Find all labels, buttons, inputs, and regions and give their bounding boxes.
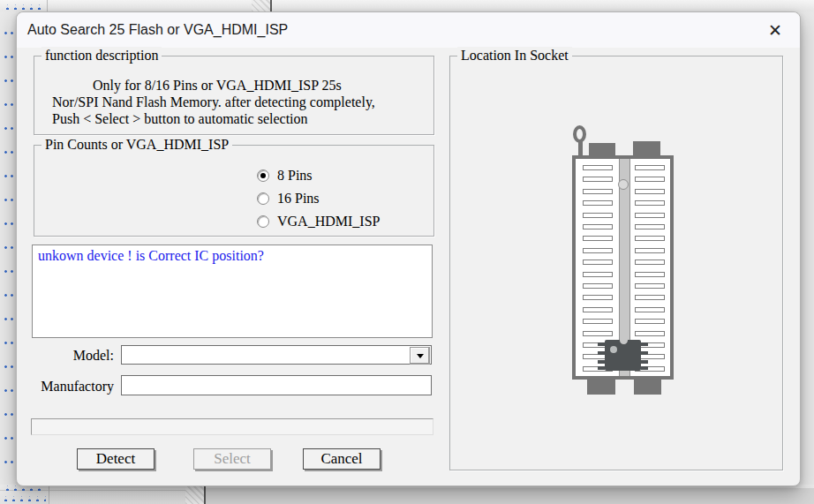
detected-chip <box>605 340 641 371</box>
socket-channel-hole <box>618 179 629 190</box>
socket-slot <box>635 236 665 241</box>
chip-pin <box>641 351 648 355</box>
close-icon[interactable]: ✕ <box>765 20 786 41</box>
socket-slot <box>583 331 613 336</box>
radio-icon <box>257 215 269 228</box>
socket-slot <box>635 283 665 289</box>
progress-bar <box>31 418 433 435</box>
dialog-title: Auto Search 25 Flash or VGA_HDMI_ISP <box>27 12 288 48</box>
pin-counts-legend: Pin Counts or VGA_HDMI_ISP <box>41 136 232 154</box>
socket-slot <box>583 260 613 265</box>
chip-pin <box>598 366 605 370</box>
chevron-down-icon <box>417 354 424 358</box>
description-line-2: Nor/SPI Nand Flash Memory. after detecti… <box>34 94 433 110</box>
model-dropdown-button[interactable] <box>410 347 430 365</box>
socket-slot <box>635 224 665 229</box>
location-in-socket-legend: Location In Socket <box>457 47 572 64</box>
title-bar[interactable]: Auto Search 25 Flash or VGA_HDMI_ISP ✕ <box>17 12 800 48</box>
model-input[interactable] <box>122 346 409 364</box>
model-combobox[interactable] <box>121 345 432 365</box>
radio-icon <box>257 169 269 182</box>
radio-label: 16 Pins <box>277 192 320 205</box>
socket-top-tab-left <box>589 143 615 156</box>
socket-slot <box>583 307 613 312</box>
socket-top-tab-right <box>633 141 660 156</box>
socket-slot <box>635 331 665 336</box>
socket-lever-stick <box>578 141 583 156</box>
socket-slot <box>583 272 613 277</box>
workspace-bottom-right <box>205 488 814 504</box>
manufactory-label: Manufactory <box>32 378 114 395</box>
model-label: Model: <box>32 347 114 365</box>
chip-pin <box>598 360 605 364</box>
detect-button[interactable]: Detect <box>77 448 155 470</box>
socket-slot <box>583 319 613 324</box>
socket-slot <box>583 236 613 241</box>
socket-slot <box>635 165 665 170</box>
socket-slot <box>583 248 613 253</box>
socket-slot <box>583 295 613 300</box>
socket-slot <box>635 307 665 312</box>
socket-slot <box>583 177 613 182</box>
socket-lever-icon <box>573 125 586 143</box>
background-grid-line-top <box>47 0 48 11</box>
socket-slot <box>635 295 665 300</box>
description-line-3: Push < Select > button to automatic sele… <box>34 110 433 127</box>
description-line-1: Only for 8/16 Pins or VGA_HDMI_ISP 25s <box>34 77 433 94</box>
radio-option-8-pins[interactable]: 8 Pins <box>257 169 313 182</box>
socket-slot <box>635 200 665 206</box>
chip-pin1-dot-icon <box>610 346 617 353</box>
chip-pin <box>641 342 648 346</box>
background-window-edge-top <box>270 0 272 11</box>
socket-slot <box>583 200 613 206</box>
socket-bottom-tab-right <box>634 380 661 395</box>
function-description-text: Only for 8/16 Pins or VGA_HDMI_ISP 25s N… <box>34 56 433 127</box>
socket-bottom-tab-left <box>587 380 615 395</box>
function-description-legend: function description <box>41 47 162 64</box>
socket-slot <box>635 189 665 194</box>
socket-slot <box>583 189 613 194</box>
zif-socket-body <box>572 155 674 380</box>
auto-search-dialog: Auto Search 25 Flash or VGA_HDMI_ISP ✕ f… <box>16 11 801 486</box>
status-message-text: unkown device ! is Correct IC position? <box>38 248 264 263</box>
background-window-edge-bottom <box>204 485 206 504</box>
grid-dots-bottom-row-2 <box>2 496 46 501</box>
radio-label: 8 Pins <box>277 169 313 182</box>
grid-dots-top-row <box>4 4 44 10</box>
socket-slot <box>635 272 665 277</box>
select-button[interactable]: Select <box>193 448 271 470</box>
socket-slot <box>583 165 613 170</box>
socket-slot <box>635 177 665 182</box>
socket-slot <box>583 224 613 229</box>
socket-slot <box>583 283 613 289</box>
socket-slot <box>635 260 665 265</box>
radio-label: VGA_HDMI_ISP <box>277 215 380 228</box>
radio-option-vga-hdmi-isp[interactable]: VGA_HDMI_ISP <box>257 215 380 228</box>
function-description-group: function description Only for 8/16 Pins … <box>34 56 434 135</box>
manufactory-input[interactable] <box>121 375 432 395</box>
chip-pin <box>598 342 605 346</box>
socket-slot <box>635 213 665 218</box>
radio-option-16-pins[interactable]: 16 Pins <box>257 192 320 205</box>
background-grid-line-bottom-v <box>49 485 49 504</box>
socket-slot <box>635 248 665 253</box>
socket-slot <box>635 319 665 324</box>
radio-icon <box>257 192 269 205</box>
grid-dots-left <box>1 18 13 494</box>
chip-notch <box>620 340 628 344</box>
chip-pin <box>641 366 648 370</box>
cancel-button[interactable]: Cancel <box>303 448 381 470</box>
chip-pin <box>641 360 648 364</box>
workspace-top-strip <box>0 0 814 11</box>
background-hatch-bottom <box>185 485 204 504</box>
background-hatch-top <box>252 0 270 11</box>
pin-counts-group: Pin Counts or VGA_HDMI_ISP 8 Pins 16 Pin… <box>34 145 434 237</box>
status-message-box[interactable]: unkown device ! is Correct IC position? <box>32 244 433 338</box>
socket-slot <box>583 213 613 218</box>
chip-pin <box>598 351 605 355</box>
